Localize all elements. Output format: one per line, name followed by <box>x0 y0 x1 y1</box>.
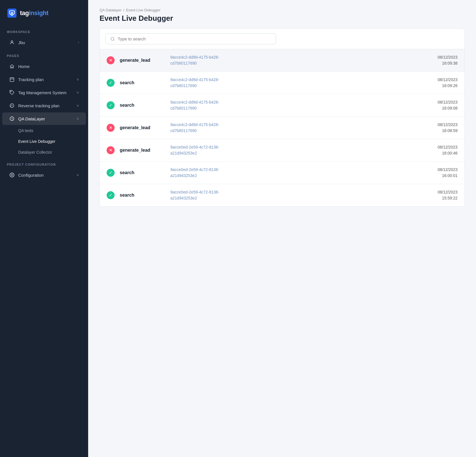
chevron-down-icon: ∨ <box>76 77 79 81</box>
pages-label: PAGES <box>0 49 88 60</box>
event-row[interactable]: ✓ search 9acce0ed-2e59-4c72-8138-a21d943… <box>100 162 464 184</box>
datalayer-collector-label: Datalayer Collector <box>18 150 52 155</box>
event-row[interactable]: ✕ generate_lead 9acce4c2-dd9d-4175-b428-… <box>100 117 464 139</box>
status-icon-error: ✕ <box>107 146 115 154</box>
status-icon-error: ✕ <box>107 56 115 64</box>
sidebar-sub-item-datalayer-collector[interactable]: Datalayer Collector <box>2 147 86 157</box>
status-icon-success: ✓ <box>107 79 115 87</box>
sidebar-sub-item-event-live-debugger[interactable]: Event Live Debugger <box>2 136 86 147</box>
event-row[interactable]: ✓ search 9acce4c2-dd9d-4175-b428-cd7b801… <box>100 94 464 117</box>
event-session-id: 9acce0ed-2e59-4c72-8138-a21d943253e2 <box>170 144 432 156</box>
logo-accent: insight <box>29 9 49 17</box>
event-timestamp: 08/12/202316:09:08 <box>438 99 458 111</box>
workspace-label: WORKSPACE <box>0 25 88 36</box>
event-name: search <box>120 80 165 85</box>
logo-text: taginsight <box>20 9 48 17</box>
event-rows-container: ✕ generate_lead 9acce4c2-dd9d-4175-b428-… <box>100 49 464 206</box>
breadcrumb-parent: QA Datalayer <box>100 8 121 12</box>
event-live-debugger-label: Event Live Debugger <box>18 139 55 144</box>
sidebar-item-reverse-tracking[interactable]: Reverse tracking plan ∨ <box>2 99 86 112</box>
main-content: QA Datalayer / Event Live Debugger Event… <box>88 0 476 457</box>
svg-point-7 <box>111 37 114 40</box>
event-list-container: ✕ generate_lead 9acce4c2-dd9d-4175-b428-… <box>100 28 465 207</box>
event-row[interactable]: ✕ generate_lead 9acce4c2-dd9d-4175-b428-… <box>100 49 464 72</box>
event-timestamp: 08/12/202316:00:01 <box>438 167 458 179</box>
event-row[interactable]: ✓ search 9acce4c2-dd9d-4175-b428-cd7b801… <box>100 72 464 94</box>
breadcrumb-separator: / <box>123 8 124 12</box>
qa-datalayer-label: QA DataLayer <box>18 116 73 121</box>
event-name: search <box>120 170 165 175</box>
workspace-name: Jbu <box>18 40 74 45</box>
event-session-id: 9acce4c2-dd9d-4175-b428-cd7b80117690 <box>170 54 432 66</box>
tag-management-label: Tag Management System <box>18 90 73 95</box>
event-row[interactable]: ✓ search 9acce0ed-2e59-4c72-8138-a21d943… <box>100 184 464 206</box>
status-icon-success: ✓ <box>107 191 115 199</box>
workspace-item[interactable]: Jbu › <box>2 36 86 49</box>
status-icon-success: ✓ <box>107 101 115 109</box>
sidebar-item-qa-datalayer[interactable]: QA DataLayer ∧ <box>2 112 86 125</box>
event-name: search <box>120 103 165 108</box>
search-bar-wrapper <box>100 29 464 49</box>
sidebar: taginsight WORKSPACE Jbu › PAGES Home Tr… <box>0 0 88 457</box>
sidebar-item-tag-management[interactable]: Tag Management System ∨ <box>2 86 86 99</box>
event-name: search <box>120 193 165 198</box>
qa-tests-label: QA tests <box>18 128 33 133</box>
search-bar <box>105 33 276 44</box>
chevron-up-icon: ∧ <box>76 117 79 121</box>
event-name: generate_lead <box>120 125 165 130</box>
sidebar-item-configuration[interactable]: Configuration ∨ <box>2 169 86 181</box>
status-icon-error: ✕ <box>107 124 115 132</box>
event-name: generate_lead <box>120 58 165 63</box>
chevron-right-icon: › <box>78 40 79 44</box>
sidebar-sub-item-qa-tests[interactable]: QA tests <box>2 125 86 136</box>
logo-icon <box>7 8 17 18</box>
svg-point-6 <box>11 174 13 176</box>
event-session-id: 9acce0ed-2e59-4c72-8138-a21d943253e2 <box>170 189 432 201</box>
chevron-down-icon-3: ∨ <box>76 104 79 108</box>
gear-icon <box>9 172 15 178</box>
event-session-id: 9acce0ed-2e59-4c72-8138-a21d943253e2 <box>170 167 432 179</box>
event-timestamp: 08/12/202316:08:59 <box>438 122 458 134</box>
event-session-id: 9acce4c2-dd9d-4175-b428-cd7b80117690 <box>170 77 432 89</box>
reverse-tracking-label: Reverse tracking plan <box>18 103 73 108</box>
search-input[interactable] <box>118 36 271 41</box>
event-timestamp: 08/12/202315:59:22 <box>438 189 458 201</box>
breadcrumb-current: Event Live Debugger <box>126 8 160 12</box>
chevron-down-icon-4: ∨ <box>76 173 79 177</box>
event-name: generate_lead <box>120 148 165 153</box>
home-label: Home <box>18 64 79 69</box>
event-timestamp: 08/12/202316:09:38 <box>438 54 458 66</box>
svg-point-1 <box>11 41 13 42</box>
event-timestamp: 08/12/202316:09:26 <box>438 77 458 89</box>
event-row[interactable]: ✕ generate_lead 9acce0ed-2e59-4c72-8138-… <box>100 139 464 162</box>
svg-point-3 <box>11 91 11 92</box>
sidebar-item-tracking-plan[interactable]: Tracking plan ∨ <box>2 73 86 86</box>
configuration-label: Configuration <box>18 173 73 178</box>
event-session-id: 9acce4c2-dd9d-4175-b428-cd7b80117690 <box>170 122 432 134</box>
tracking-plan-label: Tracking plan <box>18 77 73 82</box>
event-timestamp: 08/12/202316:00:46 <box>438 144 458 156</box>
tracking-icon <box>9 77 15 82</box>
qa-icon <box>9 116 15 122</box>
reverse-icon <box>9 103 15 108</box>
status-icon-success: ✓ <box>107 169 115 177</box>
user-icon <box>9 40 15 45</box>
page-title: Event Live Debugger <box>100 14 465 23</box>
logo: taginsight <box>0 0 88 25</box>
breadcrumb: QA Datalayer / Event Live Debugger <box>100 8 465 12</box>
home-icon <box>9 63 15 69</box>
project-config-label: PROJECT CONFIGURATION <box>0 158 88 168</box>
event-session-id: 9acce4c2-dd9d-4175-b428-cd7b80117690 <box>170 99 432 111</box>
search-icon <box>110 37 115 41</box>
page-header: QA Datalayer / Event Live Debugger Event… <box>88 0 476 28</box>
sidebar-item-home[interactable]: Home <box>2 60 86 73</box>
tag-icon <box>9 90 15 95</box>
chevron-down-icon-2: ∨ <box>76 90 79 94</box>
